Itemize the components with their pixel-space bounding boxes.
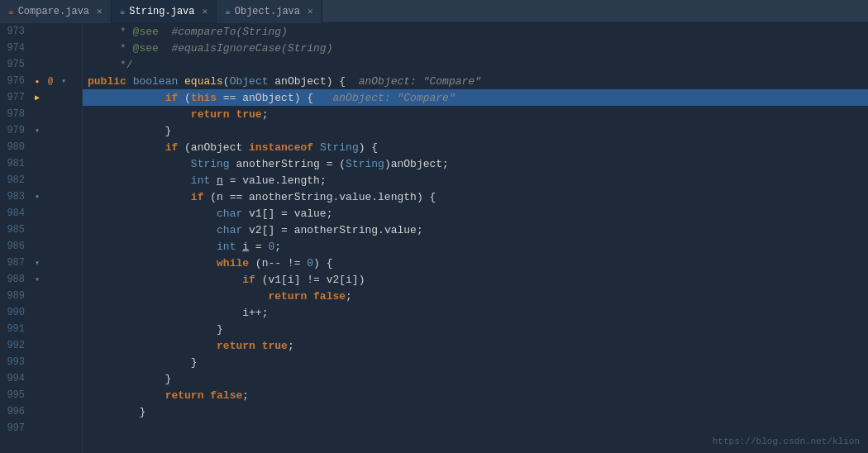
comment-token: [159, 26, 172, 38]
comment-token: *: [88, 42, 133, 55]
line-number: 979: [0, 125, 31, 136]
line-number: 974: [0, 42, 31, 54]
var-token: )anObject;: [384, 158, 449, 170]
line-number: 993: [0, 356, 31, 368]
line-number: 973: [0, 26, 31, 37]
collapse-icon[interactable]: ▾: [58, 76, 69, 86]
gutter-row: 987▾: [0, 255, 82, 271]
kw-token: instanceof: [249, 141, 313, 154]
type-token: Object: [230, 75, 269, 88]
annotation-token: @see: [133, 26, 159, 38]
var-token: [178, 75, 184, 88]
tab-compare[interactable]: ☕ Compare.java ✕: [0, 0, 112, 23]
tab-object[interactable]: ☕ Object.java ✕: [217, 0, 322, 23]
var-token: ;: [288, 340, 294, 352]
num-token: 0: [268, 241, 274, 253]
line-number: 983: [0, 191, 31, 203]
var-token: (v1[i] != v2[i]): [255, 274, 365, 286]
var-token: (anObject: [178, 141, 249, 154]
gutter-row: 973: [0, 23, 82, 40]
tab-string[interactable]: ☕ String.java ✕: [112, 0, 217, 23]
string-tab-close[interactable]: ✕: [203, 6, 208, 17]
line-number: 989: [0, 290, 31, 302]
code-row: }: [83, 370, 868, 387]
gutter-icons: ▾: [31, 126, 73, 136]
line-number: 986: [0, 241, 31, 252]
code-area[interactable]: * @see #compareTo(String) * @see #equals…: [83, 23, 868, 453]
var-token: }: [88, 406, 145, 418]
var-token: anotherString = (: [230, 158, 346, 170]
var-token: =: [249, 241, 268, 253]
debug-arrow-icon: ▶: [31, 93, 43, 103]
line-number: 984: [0, 207, 31, 219]
var-token: }: [88, 323, 223, 336]
var-token: [313, 141, 320, 154]
code-row: return false;: [83, 387, 868, 403]
var-token: i: [242, 241, 249, 253]
code-row: public boolean equals(Object anObject) {…: [83, 73, 868, 89]
link-token: #equalsIgnoreCase(String): [171, 42, 332, 55]
collapse-icon[interactable]: ▾: [31, 274, 43, 284]
gutter-row: 993: [0, 354, 82, 370]
code-row: }: [83, 321, 868, 337]
var-token: (n-- !=: [249, 257, 307, 269]
type-token: char: [217, 207, 242, 220]
gutter-icons: ●@▾: [31, 76, 73, 86]
var-token: v2[] = anotherString.value;: [242, 224, 422, 236]
type-token: char: [217, 224, 242, 236]
gutter-row: 984: [0, 205, 82, 222]
object-tab-close[interactable]: ✕: [308, 6, 313, 17]
var-token: [88, 307, 242, 319]
code-row: return false;: [83, 288, 868, 304]
var-token: [88, 224, 217, 236]
gutter-row: 981: [0, 155, 82, 172]
hint-token: anObject: "Compare": [333, 92, 455, 104]
gutter-row: 995: [0, 387, 82, 403]
type-token: String: [320, 141, 359, 154]
var-token: [88, 207, 217, 220]
var-token: ) {: [313, 257, 332, 269]
code-row: }: [83, 403, 868, 420]
comment-token: [159, 42, 172, 55]
line-number: 987: [0, 257, 31, 269]
var-token: [203, 389, 210, 402]
line-number: 990: [0, 307, 31, 318]
kw-token: if: [165, 92, 179, 104]
gutter-icons: ▶: [31, 93, 73, 103]
gutter-row: 977▶: [0, 89, 82, 106]
line-number: 997: [0, 422, 31, 434]
gutter-row: 978: [0, 106, 82, 122]
line-number: 996: [0, 406, 31, 417]
line-number: 976: [0, 75, 31, 87]
var-token: [88, 108, 191, 121]
code-row: }: [83, 354, 868, 370]
line-number: 988: [0, 274, 31, 285]
code-row: if (this == anObject) { anObject: "Compa…: [83, 89, 868, 106]
code-row: * @see #equalsIgnoreCase(String): [83, 40, 868, 56]
annotation-token: @see: [133, 42, 159, 55]
collapse-icon[interactable]: ▾: [31, 126, 43, 136]
object-tab-icon: ☕: [225, 6, 231, 17]
var-token: [88, 340, 217, 352]
gutter-row: 976●@▾: [0, 73, 82, 89]
code-row: char v2[] = anotherString.value;: [83, 222, 868, 238]
var-token: [88, 141, 165, 154]
var-token: [88, 290, 268, 303]
var-token: [88, 92, 165, 104]
var-token: (n == anotherString.value.length) {: [203, 191, 436, 203]
gutter-icons: ▾: [31, 192, 73, 202]
compare-tab-close[interactable]: ✕: [97, 6, 103, 17]
collapse-icon[interactable]: ▾: [31, 258, 43, 268]
kw-token: while: [217, 257, 249, 269]
line-number: 994: [0, 373, 31, 384]
code-row: [83, 420, 868, 436]
var-token: [88, 241, 217, 253]
bookmark-icon: @: [45, 77, 56, 86]
type-token: int: [217, 241, 236, 253]
code-row: if (v1[i] != v2[i]): [83, 271, 868, 288]
var-token: == anObject) {: [217, 92, 332, 104]
type-token: int: [191, 174, 210, 187]
var-token: }: [88, 356, 198, 369]
collapse-icon[interactable]: ▾: [31, 192, 43, 202]
kw-token: true: [236, 108, 261, 121]
